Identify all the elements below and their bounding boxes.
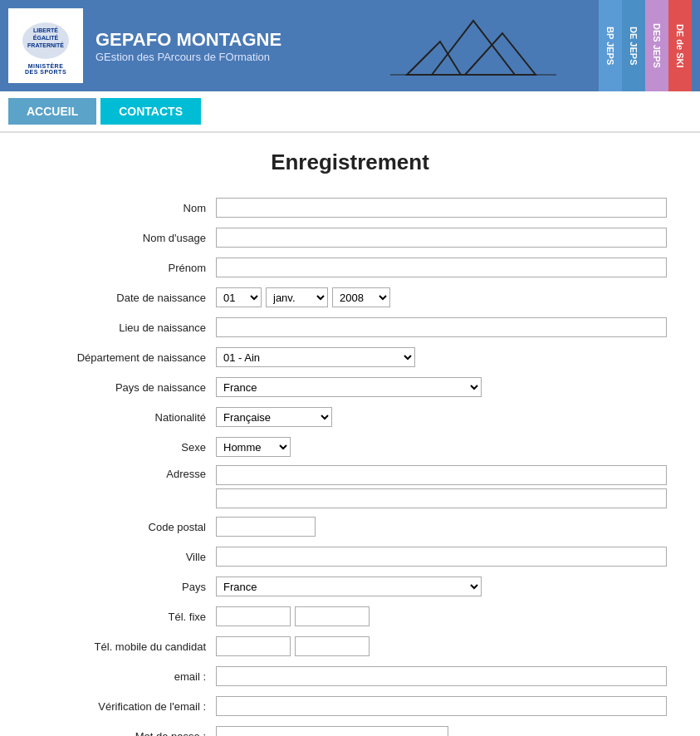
adresse-line2-input[interactable] xyxy=(216,488,667,508)
pays-naissance-select[interactable]: France Allemagne Belgique Espagne Italie… xyxy=(216,377,482,397)
code-postal-field xyxy=(216,517,667,537)
tag-de-jeps[interactable]: DE JEPS xyxy=(622,0,645,91)
pays-naissance-field: France Allemagne Belgique Espagne Italie… xyxy=(216,377,667,397)
email-verif-input[interactable] xyxy=(216,696,667,716)
form-row-tel-mobile: Tél. mobile du candidat xyxy=(33,635,667,658)
tel-fixe-field xyxy=(216,606,667,626)
registration-form: Nom Nom d'usage Prénom Date de naissance xyxy=(33,196,667,736)
email-verif-field xyxy=(216,696,667,716)
form-row-date-naissance: Date de naissance 0102030405 0607080910 … xyxy=(33,286,667,309)
tel-mobile-number-input[interactable] xyxy=(295,636,370,656)
form-row-sexe: Sexe Homme Femme xyxy=(33,435,667,459)
email-verif-label: Vérification de l'email : xyxy=(33,700,216,713)
main-content: Enregistrement Nom Nom d'usage Prénom Da… xyxy=(0,133,700,736)
dept-naissance-select[interactable]: 01 - Ain 02 - Aisne 03 - Allier 04 - Alp… xyxy=(216,347,415,367)
nom-usage-input[interactable] xyxy=(216,228,667,248)
adresse-line1-input[interactable] xyxy=(216,465,667,485)
sexe-select[interactable]: Homme Femme xyxy=(216,437,291,457)
adresse-label: Adresse xyxy=(33,465,216,480)
nom-label: Nom xyxy=(33,202,216,214)
svg-text:ÉGALITÉ: ÉGALITÉ xyxy=(33,34,59,41)
form-row-code-postal: Code postal xyxy=(33,515,667,538)
form-row-lieu-naissance: Lieu de naissance xyxy=(33,316,667,339)
dept-naissance-field: 01 - Ain 02 - Aisne 03 - Allier 04 - Alp… xyxy=(216,347,667,367)
svg-marker-5 xyxy=(465,33,536,75)
form-row-mot-passe: Mot de passe : xyxy=(33,724,667,736)
tel-fixe-number-input[interactable] xyxy=(295,606,370,626)
category-tags: BP JEPS DE JEPS DES JEPS DE de SKI xyxy=(599,0,692,91)
pays-label: Pays xyxy=(33,581,216,593)
prenom-field xyxy=(216,258,667,277)
nom-usage-label: Nom d'usage xyxy=(33,232,216,244)
pays-select[interactable]: France Allemagne Belgique Espagne Italie… xyxy=(216,577,482,596)
mot-passe-label: Mot de passe : xyxy=(33,730,216,737)
month-select[interactable]: janv.févr.marsavr. maijuinjuil.août sept… xyxy=(266,287,328,307)
nav-contacts-button[interactable]: CONTACTS xyxy=(100,98,201,125)
app-subtitle: GEstion des PArcours de FOrmation xyxy=(95,51,347,63)
sexe-field: Homme Femme xyxy=(216,437,667,457)
lieu-naissance-label: Lieu de naissance xyxy=(33,321,216,334)
tag-de-ski[interactable]: DE de SKI xyxy=(668,0,692,91)
code-postal-input[interactable] xyxy=(216,517,316,537)
pays-naissance-label: Pays de naissance xyxy=(33,381,216,394)
mot-passe-field xyxy=(216,726,667,736)
prenom-input[interactable] xyxy=(216,258,667,277)
tel-mobile-label: Tél. mobile du candidat xyxy=(33,640,216,653)
dept-naissance-label: Département de naissance xyxy=(33,351,216,364)
tel-fixe-prefix-input[interactable] xyxy=(216,606,291,626)
nom-field xyxy=(216,198,667,218)
form-row-ville: Ville xyxy=(33,545,667,568)
app-title-block: GEPAFO MONTAGNE GEstion des PArcours de … xyxy=(95,29,347,63)
code-postal-label: Code postal xyxy=(33,521,216,533)
mot-passe-input[interactable] xyxy=(216,726,448,736)
lieu-naissance-field xyxy=(216,317,667,337)
sexe-label: Sexe xyxy=(33,441,216,454)
adresse-field xyxy=(216,465,667,508)
ministry-text: MINISTÈREDES SPORTS xyxy=(25,63,66,75)
nom-input[interactable] xyxy=(216,198,667,218)
form-row-email-verif: Vérification de l'email : xyxy=(33,694,667,718)
lieu-naissance-input[interactable] xyxy=(216,317,667,337)
ville-field xyxy=(216,547,667,567)
form-row-nationalite: Nationalité Française Allemande Belge Es… xyxy=(33,405,667,429)
svg-text:LIBERTÉ: LIBERTÉ xyxy=(33,27,58,33)
nationalite-field: Française Allemande Belge Espagnole Ital… xyxy=(216,407,667,427)
svg-text:FRATERNITÉ: FRATERNITÉ xyxy=(27,42,64,48)
prenom-label: Prénom xyxy=(33,262,216,274)
nav-accueil-button[interactable]: ACCUEIL xyxy=(8,98,96,125)
form-row-pays: Pays France Allemagne Belgique Espagne I… xyxy=(33,575,667,598)
tel-fixe-label: Tél. fixe xyxy=(33,611,216,623)
page-title: Enregistrement xyxy=(33,150,667,175)
nationalite-label: Nationalité xyxy=(33,411,216,424)
republic-logo: LIBERTÉ ÉGALITÉ FRATERNITÉ xyxy=(17,17,75,63)
email-input[interactable] xyxy=(216,666,667,686)
form-row-dept-naissance: Département de naissance 01 - Ain 02 - A… xyxy=(33,346,667,369)
date-naissance-field: 0102030405 0607080910 1112131415 1617181… xyxy=(216,287,667,307)
logo-box: LIBERTÉ ÉGALITÉ FRATERNITÉ MINISTÈREDES … xyxy=(8,8,83,83)
form-row-prenom: Prénom xyxy=(33,256,667,279)
day-select[interactable]: 0102030405 0607080910 1112131415 1617181… xyxy=(216,287,262,307)
ville-input[interactable] xyxy=(216,547,667,567)
form-row-pays-naissance: Pays de naissance France Allemagne Belgi… xyxy=(33,375,667,399)
email-field xyxy=(216,666,667,686)
nationalite-select[interactable]: Française Allemande Belge Espagnole Ital… xyxy=(216,407,332,427)
pays-field: France Allemagne Belgique Espagne Italie… xyxy=(216,577,667,596)
tag-bp-jeps[interactable]: BP JEPS xyxy=(599,0,622,91)
form-row-nom-usage: Nom d'usage xyxy=(33,226,667,249)
form-row-adresse: Adresse xyxy=(33,465,667,508)
form-row-email: email : xyxy=(33,665,667,688)
tag-des-jeps[interactable]: DES JEPS xyxy=(645,0,668,91)
ville-label: Ville xyxy=(33,551,216,563)
mountain-graphic xyxy=(347,8,599,83)
navigation: ACCUEIL CONTACTS xyxy=(0,91,700,133)
tel-mobile-field xyxy=(216,636,667,656)
date-naissance-label: Date de naissance xyxy=(33,292,216,304)
nom-usage-field xyxy=(216,228,667,248)
tel-mobile-prefix-input[interactable] xyxy=(216,636,291,656)
form-row-nom: Nom xyxy=(33,196,667,219)
app-name: GEPAFO MONTAGNE xyxy=(95,29,347,51)
year-select[interactable]: 2008200720062005 2004200320022001 200019… xyxy=(332,287,390,307)
header: LIBERTÉ ÉGALITÉ FRATERNITÉ MINISTÈREDES … xyxy=(0,0,700,91)
email-label: email : xyxy=(33,670,216,683)
form-row-tel-fixe: Tél. fixe xyxy=(33,605,667,628)
